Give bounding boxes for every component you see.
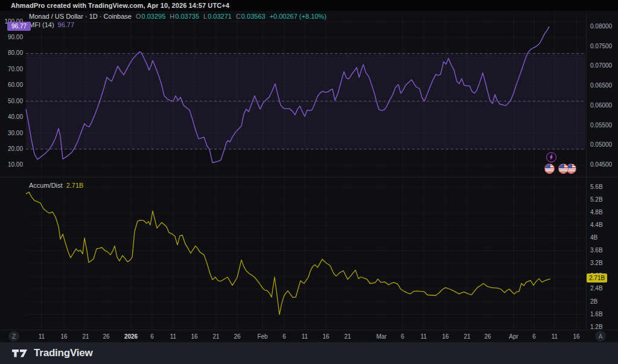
time-axis-tick: 21 bbox=[344, 333, 351, 340]
mfi-label: MFI (14) bbox=[29, 21, 54, 28]
time-axis-tick: Mar bbox=[376, 333, 386, 340]
time-axis-tick: 11 bbox=[421, 333, 427, 340]
accum-axis-tick: 2B bbox=[590, 298, 597, 305]
time-axis-tick: 21 bbox=[212, 333, 219, 340]
time-axis-separator bbox=[0, 330, 618, 330]
mfi-axis-tick: 40.00 bbox=[0, 113, 23, 120]
time-axis-tick: 16 bbox=[442, 333, 448, 340]
price-axis-tick: 0.05500 bbox=[590, 122, 612, 129]
time-axis-tick: 11 bbox=[302, 333, 308, 340]
mfi-axis-tick: 70.00 bbox=[0, 66, 23, 72]
time-axis-tick: 6 bbox=[282, 333, 286, 340]
tradingview-wordmark[interactable]: TradingView bbox=[34, 347, 93, 359]
time-axis-tick: 16 bbox=[573, 333, 579, 340]
time-axis-tick: 16 bbox=[322, 333, 329, 340]
accum-axis-tick: 1.6B bbox=[590, 311, 603, 318]
change-value: +0.00267 (+8.10%) bbox=[270, 13, 327, 20]
price-axis-tick: 0.07000 bbox=[590, 62, 612, 69]
time-axis-tick: 16 bbox=[191, 333, 197, 340]
attribution-text: AhmadPro created with TradingView.com, A… bbox=[11, 2, 229, 9]
accum-dist-legend[interactable]: Accum/Dist 2.71B bbox=[29, 182, 83, 189]
mfi-legend[interactable]: MFI (14) 96.77 bbox=[29, 21, 74, 28]
mfi-axis-tick: 10.00 bbox=[0, 161, 23, 168]
price-axis-tick: 0.04500 bbox=[590, 161, 612, 168]
price-axis-tick: 0.07500 bbox=[590, 43, 612, 49]
time-axis-tick: 6 bbox=[401, 333, 404, 340]
mfi-price-badge: 96.77 bbox=[7, 22, 31, 31]
tradingview-snapshot: AhmadPro created with TradingView.com, A… bbox=[0, 0, 618, 364]
low-label: L bbox=[203, 13, 207, 20]
pane-separator[interactable] bbox=[0, 177, 618, 177]
time-axis-tick: 16 bbox=[60, 333, 67, 340]
time-axis-tick: Feb bbox=[257, 333, 267, 340]
attribution-bar: AhmadPro created with TradingView.com, A… bbox=[11, 0, 229, 11]
us-flag-icon[interactable] bbox=[558, 164, 569, 174]
price-axis-tick: 0.05000 bbox=[590, 141, 612, 148]
mfi-axis-tick: 30.00 bbox=[0, 130, 23, 136]
accum-axis-tick: 5.2B bbox=[590, 196, 603, 203]
high-label: H bbox=[170, 13, 174, 20]
time-axis-tick: 26 bbox=[103, 333, 109, 340]
symbol-title: Monad / US Dollar · 1D · Coinbase bbox=[29, 13, 132, 20]
bolt-glyph bbox=[548, 154, 555, 161]
open-value: 0.03295 bbox=[142, 13, 166, 20]
mfi-axis-tick: 60.00 bbox=[0, 81, 23, 88]
time-axis-tick: 11 bbox=[552, 333, 558, 340]
accum-axis-tick: 3.6B bbox=[590, 247, 603, 254]
low-value: 0.03271 bbox=[208, 13, 232, 20]
accum-axis-tick: 5.6B bbox=[590, 184, 603, 190]
open-label: O bbox=[136, 13, 141, 20]
symbol-legend[interactable]: Monad / US Dollar · 1D · Coinbase O0.032… bbox=[29, 13, 327, 20]
time-axis-tick: 21 bbox=[464, 333, 470, 340]
accum-axis-tick: 4.8B bbox=[590, 209, 603, 216]
mfi-value: 96.77 bbox=[58, 21, 75, 28]
mfi-axis-tick: 50.00 bbox=[0, 98, 23, 104]
footer-bar: TradingView bbox=[0, 342, 618, 364]
time-axis-tick: 11 bbox=[39, 333, 45, 340]
realtime-bolt-icon[interactable] bbox=[546, 152, 556, 162]
timezone-button[interactable]: Z bbox=[8, 331, 19, 342]
time-axis-tick: 26 bbox=[484, 333, 491, 340]
close-value: 0.03563 bbox=[241, 13, 266, 20]
time-axis-tick: 26 bbox=[234, 333, 240, 340]
accum-axis-tick: 4.4B bbox=[590, 222, 603, 228]
accum-dist-value: 2.71B bbox=[66, 182, 84, 189]
accum-axis-tick: 1.2B bbox=[590, 324, 603, 330]
mfi-axis-tick: 90.00 bbox=[0, 34, 23, 40]
mfi-axis-tick: 20.00 bbox=[0, 145, 23, 152]
price-axis-tick: 0.08000 bbox=[590, 23, 612, 30]
us-flag-icon[interactable] bbox=[544, 164, 555, 174]
auto-scale-button[interactable]: A bbox=[595, 331, 606, 342]
accum-axis-tick: 2.4B bbox=[590, 285, 603, 292]
accum-dist-label: Accum/Dist bbox=[29, 182, 63, 189]
ohlc-values: O0.03295 H0.03735 L0.03271 C0.03563 +0.0… bbox=[136, 13, 327, 20]
tradingview-logo-icon[interactable] bbox=[11, 348, 28, 359]
time-axis-tick: 6 bbox=[532, 333, 536, 340]
time-axis-tick: 21 bbox=[82, 333, 89, 340]
time-axis-tick: 11 bbox=[170, 333, 176, 340]
time-axis-tick: Apr bbox=[509, 333, 518, 340]
time-axis-tick: 2026 bbox=[124, 333, 138, 340]
price-axis-tick: 0.06000 bbox=[590, 102, 612, 109]
time-axis-tick: 6 bbox=[150, 333, 154, 340]
mfi-axis-tick: 80.00 bbox=[0, 49, 23, 56]
accum-axis-tick: 4B bbox=[590, 234, 597, 241]
accum-axis-tick: 3.2B bbox=[590, 260, 603, 266]
price-axis-tick: 0.06500 bbox=[590, 82, 612, 89]
close-label: C bbox=[236, 13, 241, 20]
accum-dist-price-badge: 2.71B bbox=[587, 273, 607, 283]
high-value: 0.03735 bbox=[175, 13, 199, 20]
